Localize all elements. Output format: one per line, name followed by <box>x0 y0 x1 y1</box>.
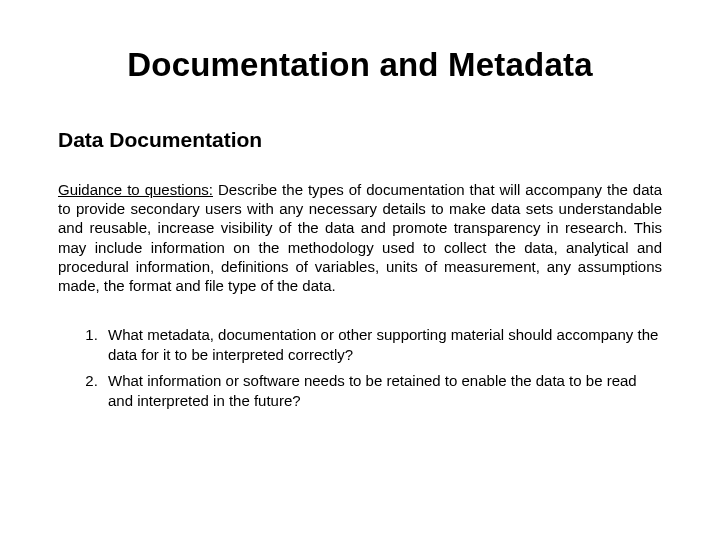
section-heading: Data Documentation <box>58 128 662 152</box>
question-list: What metadata, documentation or other su… <box>58 325 662 410</box>
guidance-paragraph: Guidance to questions: Describe the type… <box>58 180 662 295</box>
list-item: What metadata, documentation or other su… <box>102 325 662 365</box>
guidance-lead: Guidance to questions: <box>58 181 213 198</box>
page-title: Documentation and Metadata <box>58 46 662 84</box>
list-item: What information or software needs to be… <box>102 371 662 411</box>
slide: Documentation and Metadata Data Document… <box>0 0 720 540</box>
